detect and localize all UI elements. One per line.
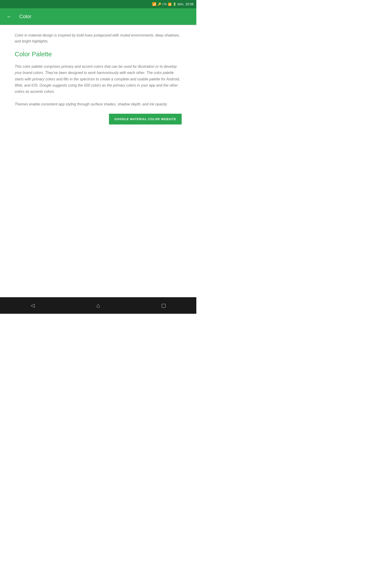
nav-back-button[interactable]: ◁	[27, 300, 38, 311]
battery-percent: 90%	[177, 2, 184, 6]
lte-label: LTE	[162, 3, 167, 6]
body-text-2: Themes enable consistent app styling thr…	[15, 101, 182, 107]
bottom-nav: ◁ ⌂ ▢	[0, 297, 196, 314]
battery-icon: 🔋	[173, 2, 176, 6]
wifi-icon: 📶	[152, 2, 156, 6]
app-bar: ← Color	[0, 8, 196, 25]
key-icon: 🔑	[158, 2, 161, 6]
status-bar: 📶 🔑 LTE 📶 🔋 90% 20:56	[0, 0, 196, 8]
intro-text: Color in material design is inspired by …	[15, 32, 182, 44]
content-area: Color in material design is inspired by …	[0, 25, 196, 132]
google-material-color-website-button[interactable]: GOOGLE MATERIAL COLOR WEBSITE	[109, 114, 182, 124]
status-time: 20:56	[186, 2, 194, 6]
body-text-1: This color palette comprises primary and…	[15, 63, 182, 95]
button-container: GOOGLE MATERIAL COLOR WEBSITE	[15, 114, 182, 124]
app-bar-title: Color	[19, 14, 31, 19]
section-title: Color Palette	[15, 51, 182, 58]
signal-icon: 📶	[168, 2, 172, 6]
nav-recents-button[interactable]: ▢	[158, 300, 169, 311]
status-icons: 📶 🔑 LTE 📶 🔋 90% 20:56	[152, 2, 194, 6]
nav-home-button[interactable]: ⌂	[93, 300, 104, 311]
back-button[interactable]: ←	[5, 12, 14, 21]
